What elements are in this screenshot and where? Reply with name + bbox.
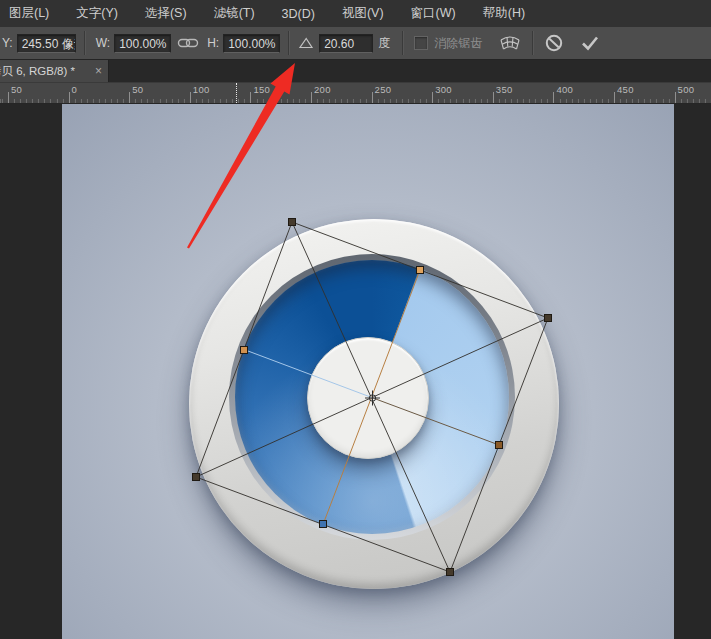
menu-item-3[interactable]: 滤镜(T) <box>205 5 264 22</box>
ruler-label: 50 <box>11 84 22 95</box>
ruler-label: 400 <box>556 84 573 95</box>
document-tab-bar: 拷贝 6, RGB/8) * × <box>0 60 711 82</box>
menu-item-6[interactable]: 窗口(W) <box>402 5 465 22</box>
ruler-label: 50 <box>132 84 143 95</box>
separator <box>402 31 404 55</box>
ruler-label: 500 <box>678 84 695 95</box>
menu-item-4[interactable]: 3D(D) <box>273 7 324 21</box>
y-field-label: Y: <box>2 36 13 50</box>
height-scale-input[interactable]: 100.00% <box>223 34 280 53</box>
menu-bar: 图层(L)文字(Y)选择(S)滤镜(T)3D(D)视图(V)窗口(W)帮助(H) <box>0 0 711 27</box>
warp-mode-icon[interactable] <box>498 35 522 52</box>
close-tab-icon[interactable]: × <box>95 60 102 82</box>
menu-item-1[interactable]: 文字(Y) <box>67 5 127 22</box>
ruler-label: 150 <box>253 84 270 95</box>
link-dimensions-icon[interactable] <box>177 37 199 49</box>
ruler-label: 250 <box>375 84 392 95</box>
dial-center-button <box>307 337 429 459</box>
ruler-label: 350 <box>496 84 513 95</box>
menu-item-0[interactable]: 图层(L) <box>0 5 58 22</box>
separator <box>84 31 86 55</box>
rotation-angle-icon <box>298 37 314 49</box>
w-field-label: W: <box>96 36 110 50</box>
menu-item-2[interactable]: 选择(S) <box>136 5 196 22</box>
angle-unit-label: 度 <box>378 35 390 52</box>
commit-transform-icon[interactable] <box>580 35 600 51</box>
menu-item-5[interactable]: 视图(V) <box>333 5 393 22</box>
document-tab[interactable]: 拷贝 6, RGB/8) * × <box>0 60 109 82</box>
ruler-label: 100 <box>193 84 210 95</box>
antialias-checkbox[interactable] <box>414 36 428 50</box>
ruler-cursor-indicator <box>236 83 237 104</box>
cancel-transform-icon[interactable] <box>544 33 564 53</box>
h-field-label: H: <box>207 36 219 50</box>
rotation-angle-input[interactable]: 20.60 <box>319 34 373 53</box>
transform-options-bar: Y: 245.50 像素 W: 100.00% H: 100.00% 20.60… <box>0 27 711 60</box>
ruler-label: 0 <box>72 84 78 95</box>
menu-item-7[interactable]: 帮助(H) <box>474 5 534 22</box>
ruler-label: 450 <box>617 84 634 95</box>
horizontal-ruler[interactable]: 50050100150200250300350400450500 <box>0 82 711 104</box>
document-canvas[interactable] <box>62 104 674 639</box>
photoshop-window: { "colors": { "accent_red": "#ee2b23", "… <box>0 0 711 639</box>
antialias-label: 消除锯齿 <box>434 35 482 52</box>
ruler-label: 300 <box>435 84 452 95</box>
y-position-input[interactable]: 245.50 像素 <box>17 34 76 53</box>
separator <box>288 31 290 55</box>
width-scale-input[interactable]: 100.00% <box>114 34 171 53</box>
separator <box>532 31 534 55</box>
ruler-major-ticks <box>0 92 711 103</box>
document-tab-title: 拷贝 6, RGB/8) * <box>0 60 75 82</box>
ruler-label: 200 <box>314 84 331 95</box>
